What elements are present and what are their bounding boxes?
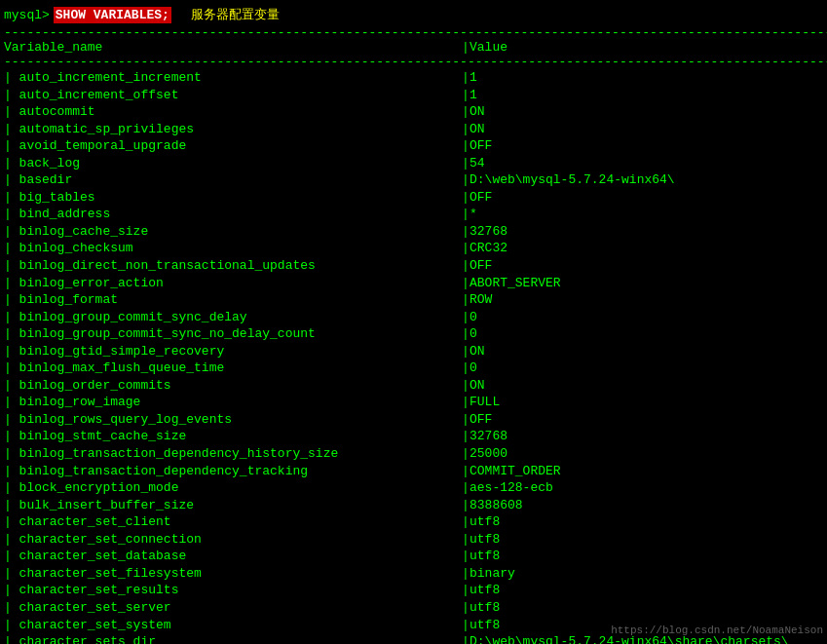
variable-name: | character_set_connection [4,531,462,549]
variable-value: COMMIT_ORDER [470,463,823,480]
row-separator: | [462,394,470,411]
variable-name: | binlog_order_commits [4,377,462,395]
variable-value: utf8 [470,548,823,565]
variable-name: | block_encryption_mode [4,479,462,497]
row-separator: | [462,343,470,360]
variable-value: 32768 [470,428,823,445]
variable-value: D:\web\mysql-5.7.24-winx64\ [470,171,823,189]
row-separator: | [462,445,470,463]
variable-value: ON [470,121,823,138]
row-separator: | [462,103,470,121]
row-separator: | [462,309,470,326]
variable-name: | bind_address [4,206,462,223]
table-row: | character_set_client | utf8 [0,513,827,531]
prompt-label: mysql> [4,8,50,22]
variable-name: | big_tables [4,189,462,207]
table-row: | binlog_format | ROW [0,291,827,309]
variable-name: | back_log [4,155,462,172]
watermark: https://blog.csdn.net/NoamaNeison [611,625,823,636]
table-header: Variable_name | Value [0,40,827,55]
table-row: | auto_increment_offset | 1 [0,87,827,104]
row-separator: | [462,582,470,599]
row-separator: | [462,121,470,138]
header-name: Variable_name [4,40,462,55]
variable-value: 8388608 [470,497,823,514]
variable-name: | binlog_group_commit_sync_no_delay_coun… [4,325,462,343]
variable-value: OFF [470,137,823,155]
row-separator: | [462,497,470,514]
variable-name: | binlog_cache_size [4,223,462,241]
variable-value: 32768 [470,223,823,241]
variable-name: | basedir [4,171,462,189]
variable-value: 1 [470,69,823,87]
table-row: | binlog_error_action | ABORT_SERVER [0,275,827,292]
variable-name: | binlog_stmt_cache_size [4,428,462,445]
row-separator: | [462,531,470,549]
row-separator: | [462,617,470,634]
row-separator: | [462,87,470,104]
variable-name: | binlog_rows_query_log_events [4,411,462,429]
header-divider: ----------------------------------------… [0,55,827,69]
variable-value: 25000 [470,445,823,463]
row-separator: | [462,223,470,241]
row-separator: | [462,291,470,309]
row-separator: | [462,171,470,189]
variable-value: ABORT_SERVER [470,275,823,292]
row-separator: | [462,275,470,292]
table-row: | back_log | 54 [0,155,827,172]
variable-value: OFF [470,411,823,429]
variable-name: | character_set_results [4,582,462,599]
table-row: | auto_increment_increment | 1 [0,69,827,87]
table-row: | binlog_transaction_dependency_tracking… [0,463,827,480]
row-separator: | [462,377,470,395]
variable-name: | character_set_database [4,548,462,565]
table-row: | character_set_server | utf8 [0,599,827,617]
table-row: | big_tables | OFF [0,189,827,207]
table-row: | binlog_direct_non_transactional_update… [0,257,827,275]
table-row: | binlog_gtid_simple_recovery | ON [0,343,827,360]
row-separator: | [462,548,470,565]
table-row: | binlog_rows_query_log_events | OFF [0,411,827,429]
variable-value: CRC32 [470,240,823,257]
prompt-line: mysql> SHOW VARIABLES; 服务器配置变量 [0,4,827,25]
variable-value: 54 [470,155,823,172]
annotation-text: 服务器配置变量 [191,6,280,23]
variable-value: ON [470,343,823,360]
table-row: | binlog_order_commits | ON [0,377,827,395]
variable-value: 0 [470,325,823,343]
variable-value: 1 [470,87,823,104]
variable-name: | autocommit [4,103,462,121]
table-row: | autocommit | ON [0,103,827,121]
row-separator: | [462,69,470,87]
table-row: | binlog_transaction_dependency_history_… [0,445,827,463]
terminal-window: mysql> SHOW VARIABLES; 服务器配置变量 ---------… [0,0,827,644]
table-row: | binlog_row_image | FULL [0,394,827,411]
row-separator: | [462,155,470,172]
table-row: | automatic_sp_privileges | ON [0,121,827,138]
row-separator: | [462,633,470,644]
variable-value: utf8 [470,513,823,531]
variable-name: | binlog_error_action [4,275,462,292]
variable-name: | binlog_max_flush_queue_time [4,360,462,377]
table-row: | character_set_database | utf8 [0,548,827,565]
table-row: | binlog_checksum | CRC32 [0,240,827,257]
table-row: | binlog_max_flush_queue_time | 0 [0,360,827,377]
row-separator: | [462,240,470,257]
row-separator: | [462,463,470,480]
top-divider: ----------------------------------------… [0,25,827,40]
variable-value: aes-128-ecb [470,479,823,497]
table-row: | bind_address | * [0,206,827,223]
variable-name: | auto_increment_offset [4,87,462,104]
variable-name: | character_sets_dir [4,633,462,644]
table-row: | character_set_results | utf8 [0,582,827,599]
variable-name: | binlog_checksum [4,240,462,257]
variable-name: | binlog_transaction_dependency_tracking [4,463,462,480]
variable-name: | binlog_gtid_simple_recovery [4,343,462,360]
variable-value: utf8 [470,531,823,549]
row-separator: | [462,360,470,377]
variable-name: | character_set_filesystem [4,565,462,583]
variable-name: | automatic_sp_privileges [4,121,462,138]
variable-value: OFF [470,257,823,275]
command-text[interactable]: SHOW VARIABLES; [54,7,171,23]
variable-value: * [470,206,823,223]
